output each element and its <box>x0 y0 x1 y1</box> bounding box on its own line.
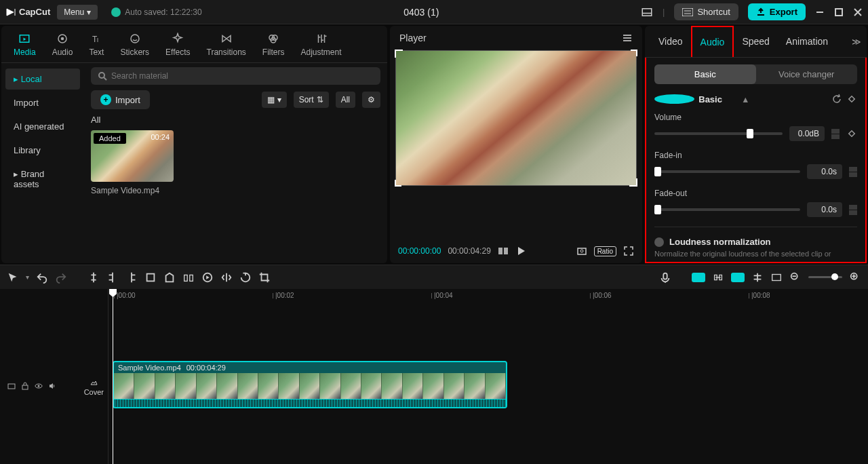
filter-button[interactable]: ⚙ <box>362 92 380 108</box>
fade-in-value[interactable]: 0.0s <box>807 164 842 179</box>
basic-checkbox[interactable] <box>654 94 694 104</box>
timeline-clip[interactable]: Sample Video.mp4 00:00:04:29 <box>113 361 507 408</box>
view-toggle[interactable]: ▦ ▾ <box>262 92 286 108</box>
redo-icon[interactable] <box>55 271 67 284</box>
sidebar-item-ai-generated[interactable]: AI generated <box>5 116 80 137</box>
svg-rect-22 <box>849 96 854 102</box>
loudness-checkbox[interactable] <box>654 237 664 247</box>
media-thumbnail[interactable]: Added 00:24 Sample Video.mp4 <box>91 130 174 195</box>
maximize-icon[interactable] <box>834 7 844 17</box>
track-visibility-icon[interactable] <box>34 381 43 391</box>
ratio-button[interactable]: Ratio <box>594 246 616 256</box>
marker-icon[interactable] <box>163 271 176 284</box>
link-icon[interactable] <box>712 271 724 284</box>
snap-toggle[interactable] <box>692 273 705 282</box>
fade-out-value[interactable]: 0.0s <box>807 202 842 217</box>
reset-icon[interactable] <box>831 94 842 104</box>
zoom-in-icon[interactable] <box>849 271 861 284</box>
sidebar-item-brand-assets[interactable]: ▸ Brand assets <box>5 163 80 195</box>
fade-in-slider[interactable] <box>654 170 800 173</box>
sidebar-item-library[interactable]: Library <box>5 140 80 161</box>
plus-icon: + <box>100 94 111 105</box>
shortcut-button[interactable]: Shortcut <box>674 3 738 20</box>
svg-rect-0 <box>642 8 652 16</box>
magnet-toggle[interactable] <box>731 273 745 282</box>
tab-transitions[interactable]: Transitions <box>199 26 254 62</box>
keyframe-icon[interactable] <box>846 94 857 104</box>
import-button[interactable]: +Import <box>91 90 150 109</box>
close-icon[interactable] <box>853 7 863 17</box>
cover-button[interactable]: Cover <box>84 377 104 396</box>
preview-icon[interactable] <box>770 271 783 284</box>
inspector-tab-video[interactable]: Video <box>650 26 691 56</box>
mic-icon[interactable] <box>659 271 671 284</box>
tab-filters[interactable]: Filters <box>254 26 293 62</box>
reverse-icon[interactable] <box>201 271 214 284</box>
export-button[interactable]: Export <box>748 3 806 20</box>
svg-rect-6 <box>835 9 842 16</box>
timeline-toolbar: ▾ <box>0 265 868 289</box>
zoom-slider[interactable] <box>808 276 842 278</box>
playhead[interactable] <box>113 289 113 464</box>
track-add-icon[interactable] <box>7 381 16 391</box>
undo-icon[interactable] <box>36 271 48 284</box>
minimize-icon[interactable] <box>815 7 825 17</box>
sort-button[interactable]: Sort ⇅ <box>294 92 329 108</box>
play-icon[interactable] <box>515 246 526 256</box>
inspector-tab-speed[interactable]: Speed <box>734 26 777 56</box>
more-icon[interactable]: ≫ <box>852 37 861 47</box>
compare-icon[interactable] <box>498 246 509 256</box>
tab-text[interactable]: TIText <box>81 26 112 62</box>
split-icon[interactable] <box>87 271 100 284</box>
tab-media[interactable]: Media <box>5 26 44 62</box>
svg-point-12 <box>131 35 139 43</box>
ruler-tick: |00:04 <box>434 292 453 299</box>
selection-tool-icon[interactable] <box>7 271 19 284</box>
chevron-down-icon[interactable]: ▾ <box>26 273 29 281</box>
keyframe-icon[interactable] <box>846 128 857 139</box>
snapshot-icon[interactable] <box>576 246 587 256</box>
filter-all-button[interactable]: All <box>336 92 355 108</box>
collapse-icon[interactable]: ▴ <box>743 94 783 104</box>
tab-effects[interactable]: Effects <box>157 26 198 62</box>
tab-adjustment[interactable]: Adjustment <box>292 26 349 62</box>
track-lock-icon[interactable] <box>20 381 30 391</box>
sidebar-item-local[interactable]: ▸ Local <box>5 69 80 90</box>
layers-icon[interactable] <box>182 271 195 284</box>
inspector-tab-audio[interactable]: Audio <box>691 26 734 57</box>
delete-right-icon[interactable] <box>125 271 138 284</box>
mirror-icon[interactable] <box>220 271 233 284</box>
tab-stickers[interactable]: Stickers <box>112 26 157 62</box>
ruler-tick: |00:08 <box>751 292 770 299</box>
clip-duration: 00:00:04:29 <box>186 364 226 372</box>
project-title: 0403 (1) <box>209 7 634 18</box>
volume-value[interactable]: 0.0dB <box>789 126 825 141</box>
align-icon[interactable] <box>751 271 764 284</box>
zoom-out-icon[interactable] <box>789 271 802 284</box>
subtab-basic[interactable]: Basic <box>654 64 756 84</box>
tab-audio[interactable]: Audio <box>44 26 81 62</box>
delete-left-icon[interactable] <box>106 271 119 284</box>
svg-rect-25 <box>184 275 188 281</box>
crop2-icon[interactable] <box>258 271 271 284</box>
hamburger-icon[interactable] <box>622 33 633 43</box>
inspector-tab-animation[interactable]: Animation <box>778 26 836 56</box>
subtab-voice-changer[interactable]: Voice changer <box>756 64 858 84</box>
video-preview[interactable] <box>395 50 637 186</box>
volume-slider[interactable] <box>654 132 783 135</box>
sidebar-item-import[interactable]: Import <box>5 92 80 113</box>
svg-rect-28 <box>663 273 667 279</box>
menu-button[interactable]: Menu ▾ <box>57 5 98 20</box>
timeline-ruler[interactable]: |00:00 |00:02 |00:04 |00:06 |00:08 <box>108 289 868 304</box>
fade-out-slider[interactable] <box>654 208 800 211</box>
fade-in-stepper[interactable] <box>849 167 857 177</box>
crop-icon[interactable] <box>144 271 157 284</box>
layout-icon[interactable] <box>641 6 653 18</box>
search-input[interactable] <box>91 67 380 85</box>
volume-stepper[interactable] <box>831 129 840 139</box>
rotate-icon[interactable] <box>239 271 252 284</box>
top-tabs: Media Audio TIText Stickers Effects Tran… <box>1 26 387 63</box>
fullscreen-icon[interactable] <box>623 246 634 256</box>
track-mute-icon[interactable] <box>47 381 57 391</box>
fade-out-stepper[interactable] <box>849 205 857 215</box>
